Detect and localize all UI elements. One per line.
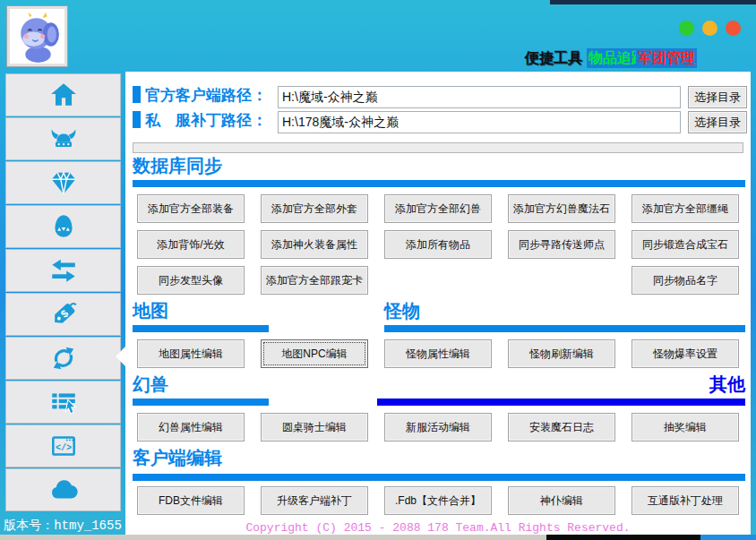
other-button[interactable]: 抽奖编辑 <box>631 413 739 441</box>
monster-button[interactable]: 怪物刷新编辑 <box>508 339 615 368</box>
egg-icon <box>48 211 79 242</box>
sidebar-button-helmet[interactable] <box>5 117 121 160</box>
private-path-label: 私 服补丁路径： <box>133 109 267 133</box>
browse-official-button[interactable]: 选择目录 <box>688 86 747 108</box>
section-underline-client <box>133 474 745 481</box>
version-label: 版本号：htmy_1655 <box>0 518 125 534</box>
cloud-icon <box>48 475 79 505</box>
sidebar-button-egg[interactable] <box>5 205 121 248</box>
section-underline-monster <box>384 325 745 332</box>
db-button[interactable]: 添加官方全部幻兽 <box>384 194 492 223</box>
section-title-database-sync: 数据库同步 <box>133 154 222 178</box>
sidebar-button-diamond[interactable] <box>5 161 121 204</box>
db-button[interactable]: 添加神火装备属性 <box>261 230 368 259</box>
section-underline-map <box>133 325 269 332</box>
window-dot-red[interactable] <box>726 21 741 36</box>
window-dot-green[interactable] <box>679 21 694 36</box>
sidebar-button-cloud[interactable] <box>5 468 121 511</box>
official-path-label: 官方客户端路径： <box>133 84 267 107</box>
db-button[interactable]: 同步物品名字 <box>631 266 739 295</box>
sidebar-button-sync[interactable] <box>5 337 121 380</box>
section-title-beast: 幻兽 <box>133 373 168 397</box>
top-edge-strip <box>550 0 756 4</box>
sidebar-button-swap[interactable] <box>5 249 121 292</box>
browse-private-button[interactable]: 选择目录 <box>688 111 747 133</box>
db-button[interactable]: 同步锻造合成宝石 <box>631 230 739 259</box>
db-button[interactable]: 添加官方全部缰绳 <box>631 194 739 223</box>
db-button[interactable]: 添加官方全部外套 <box>261 194 368 223</box>
price-tag-icon: $ <box>48 299 79 330</box>
private-path-input[interactable] <box>278 111 681 133</box>
swap-arrows-icon <box>48 255 79 286</box>
section-title-other: 其他 <box>656 373 745 397</box>
client-button[interactable]: 升级客户端补丁 <box>261 486 368 515</box>
section-title-map: 地图 <box>133 299 168 323</box>
menu-item-quick-tools[interactable]: 便捷工具 <box>525 48 582 68</box>
copyright-text: Copyright (C) 2015 - 2088 178 Team.All R… <box>125 521 751 535</box>
label-accent-block <box>133 111 141 128</box>
sync-icon <box>48 343 79 373</box>
bottom-strip-blue <box>700 535 756 540</box>
menu-item-legion-manage[interactable]: 军团管理 <box>636 48 697 68</box>
monster-button[interactable]: 怪物爆率设置 <box>631 339 739 368</box>
section-underline-other <box>377 399 745 406</box>
sidebar-button-home[interactable] <box>5 73 121 116</box>
home-icon <box>48 80 79 110</box>
client-button[interactable]: .Fdb【文件合并】 <box>384 486 492 515</box>
sidebar-button-price-tag[interactable]: $ <box>5 293 121 336</box>
client-button[interactable]: FDB文件编辑 <box>137 486 245 515</box>
section-title-client: 客户端编辑 <box>133 446 222 470</box>
db-button[interactable]: 添加官方全部装备 <box>137 194 245 223</box>
db-button[interactable]: 同步发型头像 <box>137 266 245 295</box>
active-section-wedge <box>116 347 125 366</box>
db-button[interactable]: 添加官方幻兽魔法石 <box>508 194 615 223</box>
svg-text:</>: </> <box>55 443 71 453</box>
db-button[interactable]: 添加官方全部跟宠卡 <box>261 266 368 295</box>
db-button[interactable]: 添加背饰/光效 <box>137 230 245 259</box>
section-title-monster: 怪物 <box>384 299 420 323</box>
official-path-input[interactable] <box>278 86 681 108</box>
window-dot-yellow[interactable] <box>702 21 717 36</box>
section-underline-beast <box>133 399 269 406</box>
beast-button[interactable]: 幻兽属性编辑 <box>137 413 245 441</box>
app-logo <box>7 6 67 66</box>
code-window-icon: </> <box>48 431 79 461</box>
other-button[interactable]: 安装魔石日志 <box>508 413 615 441</box>
beast-button[interactable]: 圆桌骑士编辑 <box>261 413 368 441</box>
section-underline-database <box>133 180 745 187</box>
monster-button[interactable]: 怪物属性编辑 <box>384 339 492 368</box>
sidebar-button-code[interactable]: </> <box>5 424 121 467</box>
client-button[interactable]: 神仆编辑 <box>508 486 615 515</box>
sidebar-button-table-edit[interactable] <box>5 381 121 424</box>
other-button[interactable]: 新服活动编辑 <box>384 413 492 441</box>
viking-helmet-icon <box>48 124 79 154</box>
map-npc-button[interactable]: 地图NPC编辑 <box>261 339 368 368</box>
bottom-strip-gray <box>0 535 546 540</box>
main-panel: 官方客户端路径： 选择目录 私 服补丁路径： 选择目录 数据库同步 添加官方全部… <box>125 72 751 535</box>
db-button[interactable]: 同步寻路传送师点 <box>508 230 615 259</box>
label-accent-block <box>133 86 141 103</box>
db-button[interactable]: 添加所有物品 <box>384 230 492 259</box>
table-edit-icon <box>48 387 79 417</box>
diamond-icon <box>48 167 79 198</box>
sync-progress-bar <box>133 142 743 153</box>
client-button[interactable]: 互通版补丁处理 <box>631 486 739 515</box>
bottom-strip-black <box>546 535 700 540</box>
mascot-icon <box>10 9 64 64</box>
map-button[interactable]: 地图属性编辑 <box>137 339 245 368</box>
